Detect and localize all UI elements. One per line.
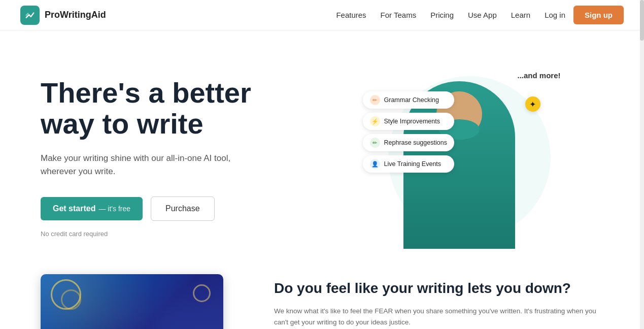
grammar-icon: ✏: [370, 95, 380, 105]
get-started-button[interactable]: Get started — it's free: [41, 197, 143, 220]
sparkle-icon: ✦: [525, 96, 540, 112]
pill-style: ⚡ Style Improvements: [363, 113, 454, 130]
hero-illustration: ✏ Grammar Checking ⚡ Style Improvements …: [335, 61, 603, 254]
purchase-button[interactable]: Purchase: [151, 196, 215, 221]
section2-body: We know what it's like to feel the FEAR …: [274, 306, 603, 327]
artwork-stack: My idea in my head: [41, 274, 223, 329]
login-button[interactable]: Log in: [545, 11, 565, 19]
scrollbar-thumb[interactable]: [640, 0, 644, 41]
hero-title: There's a better way to write: [41, 77, 335, 140]
pill-training: 👤 Live Training Events: [363, 155, 454, 173]
training-icon: 👤: [370, 159, 380, 169]
scrollbar[interactable]: [640, 0, 644, 329]
and-more-text: ...and more!: [517, 71, 560, 80]
nav-features[interactable]: Features: [336, 11, 366, 19]
hero-section: There's a better way to write Make your …: [0, 30, 644, 274]
nav-for-teams[interactable]: For Teams: [381, 11, 417, 19]
nav-use-app[interactable]: Use App: [468, 11, 497, 19]
free-tag: — it's free: [98, 205, 130, 213]
logo-link[interactable]: ProWritingAid: [20, 6, 106, 25]
logo-icon: [20, 6, 40, 25]
hero-buttons: Get started — it's free Purchase: [41, 196, 335, 221]
section2: My idea in my head Do you feel like your…: [0, 274, 644, 329]
pill-rephrase: ✏ Rephrase suggestions: [363, 134, 454, 151]
brand-name: ProWritingAid: [45, 10, 106, 20]
nav-pricing[interactable]: Pricing: [430, 11, 454, 19]
artwork-area: My idea in my head: [41, 274, 233, 329]
art-card-front: My idea in my head: [41, 274, 223, 329]
no-credit-card-text: No credit card required: [41, 230, 335, 238]
hero-content: There's a better way to write Make your …: [41, 77, 335, 238]
nav-links: Features For Teams Pricing Use App Learn: [336, 11, 530, 20]
hero-subtitle: Make your writing shine with our all-in-…: [41, 152, 254, 179]
signup-button[interactable]: Sign up: [573, 6, 624, 24]
style-icon: ⚡: [370, 116, 380, 126]
feature-pills: ✏ Grammar Checking ⚡ Style Improvements …: [363, 91, 454, 173]
section2-text: Do you feel like your writing lets you d…: [274, 274, 603, 328]
navbar: ProWritingAid Features For Teams Pricing…: [0, 0, 644, 30]
nav-learn[interactable]: Learn: [511, 11, 530, 19]
section2-title: Do you feel like your writing lets you d…: [274, 279, 603, 298]
pill-grammar: ✏ Grammar Checking: [363, 91, 454, 109]
illustration-container: ✏ Grammar Checking ⚡ Style Improvements …: [373, 66, 566, 249]
rephrase-icon: ✏: [370, 138, 380, 148]
